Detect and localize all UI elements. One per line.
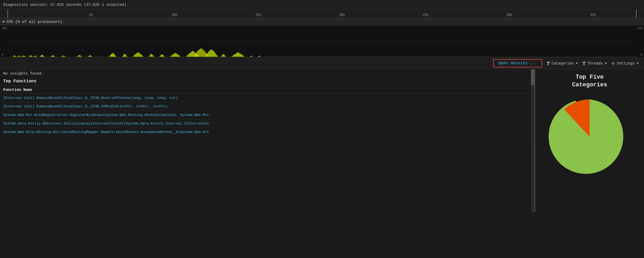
categories-label: Categories: [552, 61, 574, 66]
ruler-tick-line: [259, 16, 259, 18]
ruler-tick-line: [91, 16, 91, 18]
threads-chevron-icon: [605, 63, 607, 64]
function-row-2[interactable]: System.Web.Mvc.AreaRegistration.Register…: [0, 111, 531, 119]
cpu-y-max-label: 100: [2, 27, 7, 30]
function-row-0[interactable]: [External Call] DomainBoundILStubClass.I…: [0, 94, 531, 102]
left-panel: No insights found. Top Functions Functio…: [0, 69, 535, 212]
diagnostics-title: Diagnostics session: 37.625 seconds (37.…: [3, 3, 126, 7]
function-rows-container: [External Call] DomainBoundILStubClass.I…: [0, 94, 531, 136]
cpu-chart-svg: [7, 26, 637, 57]
pie-chart: [547, 94, 632, 179]
function-name-header: Function Name: [0, 86, 531, 94]
function-row-4[interactable]: System.Web.Http.Routing.AttributeRouting…: [0, 128, 531, 136]
categories-filter-icon: [546, 62, 550, 65]
ruler-tick-line: [509, 16, 510, 18]
function-row-3[interactable]: System.Data.Entity.DbContext.InitializeL…: [0, 119, 531, 128]
cpu-label: CPU (% of all processors): [6, 20, 62, 24]
categories-chevron-icon: [576, 63, 578, 64]
settings-button[interactable]: Settings: [611, 61, 639, 66]
ruler-tick-line: [593, 16, 593, 18]
scrollbar-track[interactable]: [531, 69, 534, 212]
ruler-tick-line: [426, 16, 426, 18]
function-row-1[interactable]: [External Call] DomainBoundILStubClass.I…: [0, 102, 531, 111]
diagnostics-header: Diagnostics session: 37.625 seconds (37.…: [0, 0, 644, 10]
svg-point-1: [612, 63, 614, 64]
threads-filter-button[interactable]: Threads: [582, 61, 607, 66]
main-content: No insights found. Top Functions Functio…: [0, 69, 644, 212]
pie-chart-svg: [547, 94, 632, 179]
scrollbar-thumb[interactable]: [531, 69, 534, 85]
cpu-chart: 100 0 100 0: [0, 26, 644, 58]
cpu-y-min-right-label: 0: [641, 53, 642, 56]
expand-icon: [2, 21, 5, 23]
top-five-categories-title: Top Five Categories: [572, 74, 607, 89]
categories-filter-button[interactable]: Categories: [546, 61, 578, 66]
insights-text: No insights found.: [0, 69, 531, 78]
cpu-y-min-label: 0: [2, 53, 3, 56]
timeline-ruler: 5s10s15s20s25s30s35s: [0, 10, 644, 18]
top-functions-title: Top Functions: [0, 78, 531, 86]
cpu-label-bar: CPU (% of all processors): [0, 18, 644, 26]
right-panel: Top Five Categories: [535, 69, 644, 212]
ruler-tick-line: [175, 16, 175, 18]
settings-label: Settings: [617, 61, 635, 66]
threads-label: Threads: [587, 61, 603, 66]
threads-filter-icon: [582, 62, 586, 65]
settings-chevron-icon: [637, 63, 639, 64]
cpu-y-max-right-label: 100: [637, 27, 642, 30]
settings-gear-icon: [611, 62, 615, 65]
open-details-button[interactable]: Open details ...: [493, 59, 542, 67]
ruler-tick-line: [342, 16, 343, 18]
toolbar-row: Open details ... Categories Threads Sett…: [0, 58, 644, 69]
